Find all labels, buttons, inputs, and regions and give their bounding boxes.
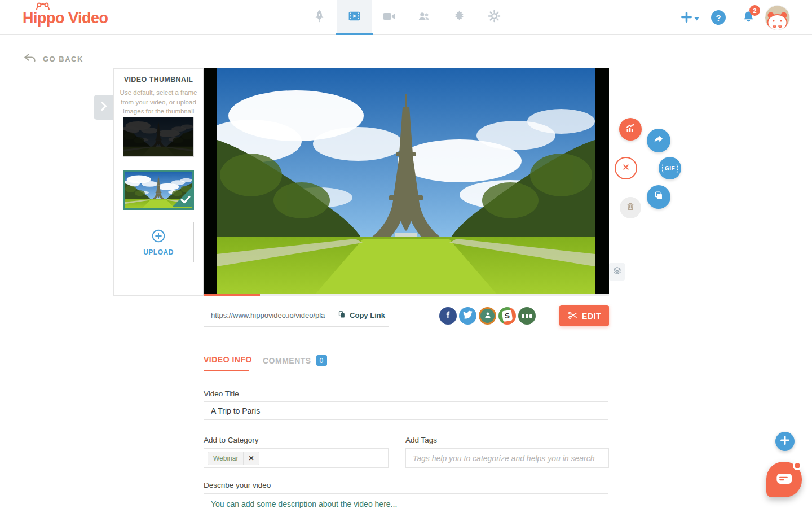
thumbnail-panel-title: VIDEO THUMBNAIL	[114, 76, 203, 84]
duplicate-video-button[interactable]	[647, 185, 670, 209]
s-app-share-button[interactable]: S	[498, 307, 516, 325]
selected-checkmark-icon	[173, 186, 193, 209]
users-icon	[417, 9, 431, 26]
video-camera-icon	[382, 9, 396, 26]
thumbnail-panel-toggle[interactable]	[94, 95, 113, 120]
thumbnail-option-selected[interactable]	[123, 170, 194, 210]
twitter-icon	[463, 310, 473, 322]
gear-icon	[487, 9, 501, 25]
notification-count-badge: 2	[749, 5, 760, 16]
nav-tab-integrations[interactable]	[442, 0, 476, 34]
video-url-group: Copy Link	[204, 304, 389, 327]
video-frame	[217, 68, 595, 294]
comments-count-badge: 0	[316, 355, 327, 366]
video-title-input[interactable]	[204, 401, 608, 420]
user-avatar[interactable]	[765, 6, 789, 30]
share-arrow-icon	[652, 133, 665, 148]
thumbnail-panel-description: Use default, select a frame from your vi…	[119, 88, 198, 116]
s-logo-icon: S	[502, 310, 513, 322]
plus-icon	[680, 11, 693, 26]
chat-message-icon	[776, 472, 793, 487]
floating-add-button[interactable]	[775, 432, 795, 451]
video-stats-button[interactable]	[619, 118, 642, 141]
rocket-icon	[312, 9, 326, 25]
thumbnail-option-default[interactable]	[123, 117, 194, 157]
upload-thumbnail-button[interactable]: UPLOAD	[123, 222, 194, 262]
edit-label: EDIT	[582, 312, 601, 321]
comments-label: COMMENTS	[263, 356, 311, 365]
copy-link-label: Copy Link	[350, 311, 385, 319]
go-back-button[interactable]: GO BACK	[23, 52, 83, 66]
chat-widget-button[interactable]	[766, 462, 802, 497]
help-button[interactable]: ?	[711, 10, 726, 25]
nav-tab-videos[interactable]	[337, 0, 372, 34]
category-chip: Webinar ✕	[208, 452, 259, 465]
nav-tab-settings[interactable]	[476, 0, 511, 34]
tab-video-info[interactable]: VIDEO INFO	[204, 355, 252, 364]
chat-notification-dot	[793, 461, 802, 470]
app-logo[interactable]: Hippo Video	[23, 10, 108, 27]
category-chip-label: Webinar	[208, 454, 243, 462]
bell-icon	[741, 17, 756, 27]
trash-icon	[625, 201, 636, 214]
upload-label: UPLOAD	[143, 248, 174, 256]
scissors-icon	[567, 310, 578, 322]
go-back-label: GO BACK	[43, 55, 83, 63]
person-icon	[482, 309, 493, 323]
google-classroom-share-button[interactable]	[479, 307, 496, 325]
description-textarea[interactable]: You can add some description about the v…	[204, 493, 608, 508]
close-actions-button[interactable]	[615, 157, 637, 179]
integrations-icon	[452, 9, 466, 25]
grid-dot	[529, 314, 532, 318]
gif-icon: GIF	[662, 164, 678, 173]
main-nav	[302, 0, 511, 35]
back-arrow-icon	[23, 52, 37, 66]
tab-divider	[204, 371, 609, 371]
chevron-right-icon	[99, 100, 109, 114]
tags-label: Add Tags	[405, 436, 437, 444]
description-label: Describe your video	[204, 481, 271, 489]
copy-link-icon	[338, 310, 346, 321]
copy-link-button[interactable]: Copy Link	[334, 304, 389, 326]
create-gif-button[interactable]: GIF	[659, 157, 681, 179]
social-share-row: S	[439, 307, 536, 325]
video-thumbnail-panel: VIDEO THUMBNAIL Use default, select a fr…	[113, 68, 204, 296]
layers-icon	[612, 265, 623, 278]
edit-video-button[interactable]: EDIT	[559, 305, 609, 326]
facebook-share-button[interactable]	[439, 307, 457, 325]
plus-icon	[780, 435, 790, 448]
share-video-button[interactable]	[647, 129, 670, 152]
more-share-options-button[interactable]	[518, 307, 536, 325]
nav-tab-launch[interactable]	[302, 0, 337, 34]
grid-dot	[526, 314, 528, 318]
tags-input[interactable]	[405, 448, 609, 468]
question-icon: ?	[716, 13, 721, 23]
layers-button[interactable]	[609, 263, 625, 281]
video-player[interactable]	[203, 68, 609, 294]
top-bar: Hippo Video	[0, 0, 812, 35]
tab-comments[interactable]: COMMENTS 0	[263, 355, 327, 366]
copy-icon	[652, 190, 665, 204]
film-play-icon	[347, 9, 361, 25]
plus-circle-icon	[151, 229, 166, 246]
video-url-input[interactable]	[204, 304, 334, 326]
create-new-button[interactable]	[680, 11, 699, 26]
category-label: Add to Category	[204, 436, 259, 444]
remove-category-icon[interactable]: ✕	[243, 452, 258, 465]
video-title-label: Video Title	[204, 389, 239, 398]
notifications-button[interactable]: 2	[741, 10, 757, 25]
stats-chart-icon	[624, 122, 637, 137]
category-input[interactable]: Webinar ✕	[204, 448, 389, 468]
grid-dot	[522, 314, 524, 318]
hippo-video-app: Hippo Video	[0, 0, 812, 508]
video-progress-bar[interactable]	[203, 294, 609, 296]
video-progress-fill	[203, 294, 260, 296]
caret-down-icon	[694, 13, 699, 23]
twitter-share-button[interactable]	[459, 307, 476, 325]
nav-tab-record[interactable]	[372, 0, 407, 34]
close-icon	[620, 161, 632, 175]
delete-video-button[interactable]	[620, 197, 641, 218]
nav-tab-contacts[interactable]	[407, 0, 442, 34]
facebook-icon	[443, 310, 453, 322]
